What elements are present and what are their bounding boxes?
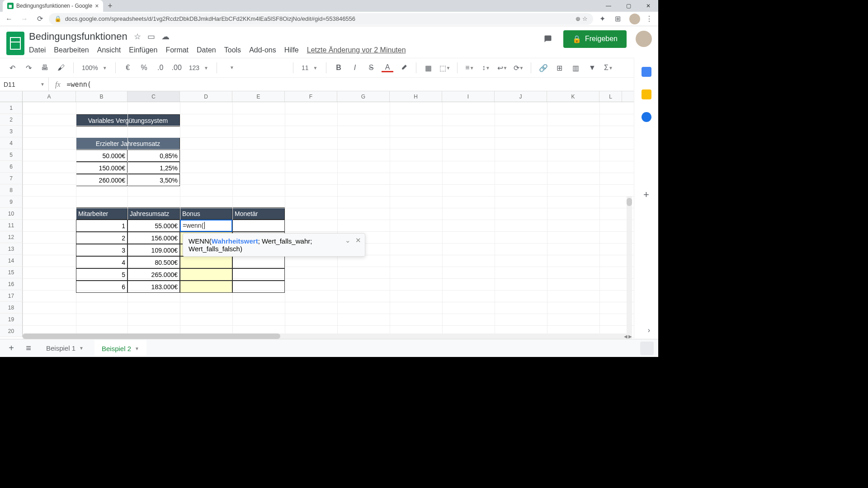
menu-help[interactable]: Hilfe bbox=[284, 46, 299, 54]
row-header-17[interactable]: 17 bbox=[0, 290, 23, 302]
text-color-button[interactable]: A bbox=[382, 63, 393, 72]
cell-jahresumsatz-3[interactable]: 109.000€ bbox=[127, 244, 180, 256]
cloud-status-icon[interactable]: ☁ bbox=[161, 32, 170, 42]
font-select[interactable]: ▼ bbox=[223, 64, 287, 71]
menu-addons[interactable]: Add-ons bbox=[249, 46, 276, 54]
row-header-5[interactable]: 5 bbox=[0, 149, 23, 161]
menu-data[interactable]: Daten bbox=[197, 46, 216, 54]
menu-tools[interactable]: Tools bbox=[224, 46, 241, 54]
decrease-decimal-button[interactable]: .0 bbox=[155, 62, 166, 74]
new-tab-button[interactable]: + bbox=[103, 1, 117, 11]
star-icon[interactable]: ☆ bbox=[134, 32, 141, 42]
menu-format[interactable]: Format bbox=[165, 46, 189, 54]
link-button[interactable]: 🔗 bbox=[538, 62, 549, 74]
tier-pct-2[interactable]: 1,25% bbox=[127, 162, 180, 174]
cell-jahresumsatz-4[interactable]: 80.500€ bbox=[127, 256, 180, 268]
cell-monetaer-5[interactable] bbox=[232, 268, 285, 281]
title-erzielter-jahresumsatz[interactable]: Erzielter Jahresumsatz bbox=[76, 137, 180, 150]
row-header-16[interactable]: 16 bbox=[0, 278, 23, 290]
cell-mitarbeiter-6[interactable]: 6 bbox=[76, 281, 127, 293]
forward-button[interactable]: → bbox=[18, 13, 31, 25]
undo-button[interactable]: ↶ bbox=[6, 62, 18, 74]
cell-jahresumsatz-5[interactable]: 265.000€ bbox=[127, 268, 180, 281]
col-header-C[interactable]: C bbox=[127, 91, 180, 102]
tier-amount-1[interactable]: 50.000€ bbox=[76, 150, 127, 162]
number-format-select[interactable]: 123▼ bbox=[187, 63, 210, 72]
italic-button[interactable]: I bbox=[349, 62, 361, 74]
col-header-F[interactable]: F bbox=[285, 91, 337, 102]
valign-button[interactable]: ↕▼ bbox=[480, 62, 492, 74]
sheet-nav-arrows[interactable]: ◀▶ bbox=[624, 334, 632, 339]
vertical-scrollbar[interactable] bbox=[627, 196, 632, 339]
col-header-E[interactable]: E bbox=[232, 91, 285, 102]
currency-button[interactable]: € bbox=[122, 62, 134, 74]
spreadsheet-grid[interactable]: A B C D E F G H I J K L Variables Vergüt… bbox=[0, 91, 658, 339]
row-header-10[interactable]: 10 bbox=[0, 208, 23, 220]
document-name[interactable]: Bedingungsfunktionen bbox=[29, 31, 127, 42]
row-header-4[interactable]: 4 bbox=[0, 137, 23, 149]
cell-mitarbeiter-4[interactable]: 4 bbox=[76, 256, 127, 268]
cell-bonus-4[interactable] bbox=[180, 256, 232, 268]
cell-jahresumsatz-1[interactable]: 55.000€ bbox=[127, 220, 180, 232]
cell-monetaer-1[interactable] bbox=[232, 220, 285, 232]
cell-mitarbeiter-5[interactable]: 5 bbox=[76, 268, 127, 281]
add-sheet-button[interactable]: + bbox=[5, 342, 18, 355]
tooltip-close-icon[interactable]: ✕ bbox=[355, 236, 361, 244]
cell-jahresumsatz-2[interactable]: 156.000€ bbox=[127, 232, 180, 244]
minimize-icon[interactable]: — bbox=[599, 0, 618, 12]
comment-button[interactable]: ⊞ bbox=[554, 62, 566, 74]
row-header-19[interactable]: 19 bbox=[0, 314, 23, 325]
row-header-12[interactable]: 12 bbox=[0, 231, 23, 243]
menu-view[interactable]: Ansicht bbox=[97, 46, 121, 54]
col-header-L[interactable]: L bbox=[599, 91, 622, 102]
bold-button[interactable]: B bbox=[333, 62, 344, 74]
sheets-logo[interactable] bbox=[6, 32, 24, 55]
menu-insert[interactable]: Einfügen bbox=[129, 46, 157, 54]
share-button[interactable]: 🔒 Freigeben bbox=[563, 30, 627, 48]
halign-button[interactable]: ≡▼ bbox=[464, 62, 476, 74]
row-header-9[interactable]: 9 bbox=[0, 196, 23, 208]
print-button[interactable]: 🖶 bbox=[39, 62, 51, 74]
maximize-icon[interactable]: ▢ bbox=[618, 0, 638, 12]
select-all-corner[interactable] bbox=[0, 91, 23, 102]
col-header-A[interactable]: A bbox=[23, 91, 76, 102]
cell-mitarbeiter-1[interactable]: 1 bbox=[76, 220, 127, 232]
paint-format-button[interactable]: 🖌 bbox=[55, 62, 67, 74]
row-header-2[interactable]: 2 bbox=[0, 114, 23, 126]
chrome-menu-icon[interactable]: ⋮ bbox=[643, 13, 656, 25]
active-cell-D11[interactable]: =wenn( bbox=[180, 220, 232, 232]
col-header-D[interactable]: D bbox=[180, 91, 232, 102]
col-header-B[interactable]: B bbox=[76, 91, 127, 102]
cell-monetaer-6[interactable] bbox=[232, 281, 285, 293]
tier-amount-2[interactable]: 150.000€ bbox=[76, 162, 127, 174]
row-header-11[interactable]: 11 bbox=[0, 220, 23, 231]
row-header-14[interactable]: 14 bbox=[0, 255, 23, 267]
menu-edit[interactable]: Bearbeiten bbox=[54, 46, 89, 54]
chart-button[interactable]: ▥ bbox=[570, 62, 582, 74]
row-header-18[interactable]: 18 bbox=[0, 302, 23, 314]
last-edit-link[interactable]: Letzte Änderung vor 2 Minuten bbox=[307, 46, 406, 54]
col-header-K[interactable]: K bbox=[547, 91, 599, 102]
col-header-I[interactable]: I bbox=[442, 91, 495, 102]
all-sheets-button[interactable]: ≡ bbox=[22, 342, 35, 355]
header-monetaer[interactable]: Monetär bbox=[232, 207, 285, 220]
font-size-select[interactable]: 11▼ bbox=[300, 63, 320, 72]
col-header-H[interactable]: H bbox=[390, 91, 442, 102]
cell-monetaer-4[interactable] bbox=[232, 256, 285, 268]
zoom-select[interactable]: 100%▼ bbox=[80, 63, 109, 72]
increase-decimal-button[interactable]: .00 bbox=[171, 62, 183, 74]
close-tab-icon[interactable]: × bbox=[95, 2, 99, 9]
row-header-6[interactable]: 6 bbox=[0, 161, 23, 173]
cell-bonus-5[interactable] bbox=[180, 268, 232, 281]
sheet-tab-beispiel2[interactable]: Beispiel 2▼ bbox=[94, 340, 146, 356]
keep-addon-icon[interactable] bbox=[642, 89, 651, 99]
formula-input[interactable]: =wenn( bbox=[67, 80, 91, 89]
browser-tab[interactable]: ▦ Bedingungsfunktionen - Google × bbox=[3, 0, 103, 12]
chrome-profile-avatar[interactable] bbox=[629, 14, 640, 24]
name-box[interactable]: D11 ▼ bbox=[0, 78, 49, 91]
header-bonus[interactable]: Bonus bbox=[180, 207, 232, 220]
horizontal-scrollbar[interactable] bbox=[23, 333, 627, 339]
rotate-button[interactable]: ⟳▼ bbox=[513, 62, 524, 74]
move-icon[interactable]: ▭ bbox=[147, 32, 155, 42]
reload-button[interactable]: ⟳ bbox=[33, 13, 46, 25]
